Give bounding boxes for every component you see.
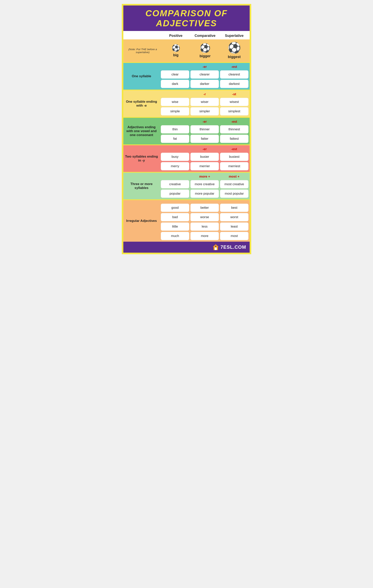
- word-row-three-syllables-1: popularmore popularmost popular: [161, 189, 248, 198]
- svg-rect-1: [215, 248, 217, 250]
- word-box-one-syllable-e-0-1: wiser: [191, 98, 219, 106]
- word-box-two-syllables-y-0-1: busier: [191, 153, 219, 161]
- suffix-one-syllable-1: -er: [190, 65, 219, 69]
- logo-text: 7ESL.COM: [220, 244, 246, 250]
- footer: 7ESL.COM: [123, 242, 250, 253]
- word-box-vowel-consonant-1-2: fattest: [220, 135, 248, 143]
- suffix-two-syllables-y-0: [161, 147, 190, 151]
- suffix-one-syllable-0: [161, 65, 190, 69]
- word-row-irregular-3: muchmoremost: [161, 232, 248, 240]
- section-three-syllables: Three or more syllablesmore +most +creat…: [123, 173, 250, 199]
- intro-big: ⚽ big: [162, 44, 190, 57]
- section-label-three-syllables: Three or more syllables: [123, 173, 160, 199]
- word-row-irregular-2: littlelessleast: [161, 222, 248, 231]
- word-box-irregular-0-1: better: [191, 204, 219, 212]
- word-box-vowel-consonant-0-1: thinner: [191, 125, 219, 134]
- word-row-three-syllables-0: creativemore creativemost creative: [161, 180, 248, 188]
- col-positive: Positive: [162, 33, 190, 39]
- suffix-row-one-syllable: -er-est: [161, 64, 248, 69]
- logo: 7ESL.COM: [212, 244, 246, 251]
- suffix-one-syllable-e-2: -st: [220, 92, 248, 96]
- section-content-vowel-consonant: -er-estthinthinnerthinnestfatfatterfatte…: [160, 118, 250, 145]
- word-box-one-syllable-1-1: darker: [191, 80, 219, 88]
- logo-icon: [212, 244, 219, 251]
- word-box-irregular-0-2: best: [220, 204, 248, 212]
- word-box-irregular-2-2: least: [220, 222, 248, 231]
- svg-rect-2: [215, 246, 216, 247]
- word-box-two-syllables-y-1-2: merriest: [220, 162, 248, 170]
- word-box-three-syllables-0-1: more creative: [191, 180, 219, 188]
- section-label-two-syllables-y: Two syllables ending in -y: [123, 145, 160, 172]
- suffix-row-two-syllables-y: -er-est: [161, 147, 248, 151]
- column-headers: Positive Comparative Superlative: [123, 31, 250, 39]
- sections-container: One syllable-er-estclearclearerclearestd…: [123, 63, 250, 242]
- word-box-irregular-2-1: less: [191, 222, 219, 231]
- suffix-vowel-consonant-2: -est: [220, 120, 248, 124]
- col-superlative: Superlative: [220, 33, 248, 39]
- suffix-vowel-consonant-1: -er: [190, 120, 219, 124]
- word-row-one-syllable-1: darkdarkerdarkest: [161, 80, 248, 88]
- word-row-irregular-0: goodbetterbest: [161, 204, 248, 212]
- section-irregular: Irregular Adjectivesgoodbetterbestbadwor…: [123, 200, 250, 242]
- word-row-vowel-consonant-0: thinthinnerthinnest: [161, 125, 248, 134]
- word-row-two-syllables-y-0: busybusierbusiest: [161, 153, 248, 161]
- label-big: big: [173, 53, 179, 57]
- word-box-three-syllables-1-0: popular: [161, 189, 189, 198]
- word-box-one-syllable-e-0-0: wise: [161, 98, 189, 106]
- intro-bigger: ⚽ bigger: [191, 43, 219, 58]
- word-box-one-syllable-0-1: clearer: [191, 70, 219, 79]
- word-box-two-syllables-y-1-0: merry: [161, 162, 189, 170]
- word-box-vowel-consonant-0-2: thinnest: [220, 125, 248, 134]
- word-box-one-syllable-e-1-2: simplest: [220, 107, 248, 116]
- word-row-irregular-1: badworseworst: [161, 213, 248, 221]
- soccer-ball-large: ⚽: [228, 42, 241, 53]
- poster: COMPARISON OF ADJECTIVES Positive Compar…: [122, 4, 251, 254]
- word-box-two-syllables-y-0-0: busy: [161, 153, 189, 161]
- suffix-one-syllable-e-1: -r: [190, 92, 219, 96]
- suffix-row-one-syllable-e: -r-st: [161, 92, 248, 97]
- word-box-irregular-0-0: good: [161, 204, 189, 212]
- word-box-vowel-consonant-1-0: fat: [161, 135, 189, 143]
- section-label-irregular: Irregular Adjectives: [123, 200, 160, 242]
- word-box-two-syllables-y-0-2: busiest: [220, 153, 248, 161]
- section-vowel-consonant: Adjectives ending with one vowel and one…: [123, 118, 250, 145]
- word-box-three-syllables-1-1: more popular: [191, 189, 219, 198]
- word-box-irregular-1-0: bad: [161, 213, 189, 221]
- suffix-three-syllables-0: [161, 175, 190, 178]
- label-bigger: bigger: [199, 54, 210, 58]
- word-box-three-syllables-1-2: most popular: [220, 189, 248, 198]
- section-content-two-syllables-y: -er-estbusybusierbusiestmerrymerriermerr…: [160, 145, 250, 172]
- word-box-irregular-3-2: most: [220, 232, 248, 240]
- suffix-two-syllables-y-1: -er: [190, 147, 219, 151]
- soccer-ball-medium: ⚽: [200, 43, 211, 52]
- label-biggest: biggest: [228, 55, 241, 59]
- section-label-one-syllable: One syllable: [123, 63, 160, 90]
- word-box-vowel-consonant-1-1: fatter: [191, 135, 219, 143]
- word-row-one-syllable-e-0: wisewiserwisest: [161, 98, 248, 106]
- superlative-note: (Note: Put THE before a superlative): [125, 47, 161, 54]
- word-box-irregular-3-1: more: [191, 232, 219, 240]
- intro-note-cell: (Note: Put THE before a superlative): [125, 47, 161, 54]
- section-label-one-syllable-e: One syllable ending with -e: [123, 90, 160, 117]
- word-row-two-syllables-y-1: merrymerriermerriest: [161, 162, 248, 170]
- suffix-three-syllables-1: more +: [190, 175, 219, 178]
- word-box-one-syllable-e-0-2: wisest: [220, 98, 248, 106]
- word-box-one-syllable-e-1-1: simpler: [191, 107, 219, 116]
- word-box-one-syllable-e-1-0: simple: [161, 107, 189, 116]
- section-one-syllable-e: One syllable ending with -e-r-stwisewise…: [123, 90, 250, 117]
- col-comparative: Comparative: [191, 33, 219, 39]
- word-box-irregular-3-0: much: [161, 232, 189, 240]
- word-box-irregular-2-0: little: [161, 222, 189, 231]
- suffix-row-vowel-consonant: -er-est: [161, 119, 248, 124]
- suffix-row-irregular: [161, 202, 248, 202]
- suffix-row-three-syllables: more +most +: [161, 174, 248, 179]
- suffix-one-syllable-e-0: [161, 92, 190, 96]
- intro-biggest: ⚽ biggest: [220, 42, 248, 59]
- word-row-one-syllable-e-1: simplesimplersimplest: [161, 107, 248, 116]
- word-box-three-syllables-0-2: most creative: [220, 180, 248, 188]
- word-box-three-syllables-0-0: creative: [161, 180, 189, 188]
- suffix-vowel-consonant-0: [161, 120, 190, 124]
- section-label-vowel-consonant: Adjectives ending with one vowel and one…: [123, 118, 160, 145]
- word-box-one-syllable-0-2: clearest: [220, 70, 248, 79]
- suffix-two-syllables-y-2: -est: [220, 147, 248, 151]
